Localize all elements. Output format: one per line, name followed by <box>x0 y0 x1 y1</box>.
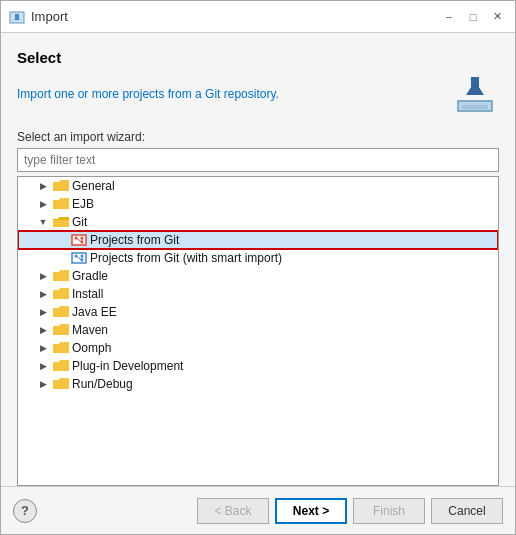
maximize-button[interactable]: □ <box>463 7 483 27</box>
wizard-label: Select an import wizard: <box>17 130 499 144</box>
help-button[interactable]: ? <box>13 499 37 523</box>
import-window: Import − □ ✕ Select Import one or more p… <box>0 0 516 535</box>
expand-gradle[interactable] <box>36 269 50 283</box>
svg-rect-27 <box>53 381 69 389</box>
projects-from-git-smart-label: Projects from Git (with smart import) <box>90 251 282 265</box>
filter-input[interactable] <box>17 148 499 172</box>
java-ee-label: Java EE <box>72 305 117 319</box>
gradle-label: Gradle <box>72 269 108 283</box>
ejb-label: EJB <box>72 197 94 211</box>
expand-ejb[interactable] <box>36 197 50 211</box>
close-button[interactable]: ✕ <box>487 7 507 27</box>
titlebar-left: Import <box>9 9 68 25</box>
expand-pfgs <box>54 251 68 265</box>
svg-rect-6 <box>471 77 479 93</box>
svg-rect-23 <box>53 309 69 317</box>
tree-item-git[interactable]: Git <box>18 213 498 231</box>
back-button[interactable]: < Back <box>197 498 269 524</box>
tree-item-projects-from-git-smart[interactable]: Projects from Git (with smart import) <box>18 249 498 267</box>
svg-rect-25 <box>53 345 69 353</box>
folder-icon-gradle <box>53 269 69 283</box>
finish-button[interactable]: Finish <box>353 498 425 524</box>
next-button[interactable]: Next > <box>275 498 347 524</box>
folder-icon-general <box>53 179 69 193</box>
tree-item-install[interactable]: Install <box>18 285 498 303</box>
tree-item-oomph[interactable]: Oomph <box>18 339 498 357</box>
footer-right: < Back Next > Finish Cancel <box>197 498 503 524</box>
run-debug-label: Run/Debug <box>72 377 133 391</box>
folder-icon-oomph <box>53 341 69 355</box>
svg-rect-7 <box>53 183 69 191</box>
footer: ? < Back Next > Finish Cancel <box>1 486 515 534</box>
folder-icon-ejb <box>53 197 69 211</box>
folder-icon-java-ee <box>53 305 69 319</box>
folder-icon-install <box>53 287 69 301</box>
tree-item-gradle[interactable]: Gradle <box>18 267 498 285</box>
tree-item-projects-from-git[interactable]: Projects from Git <box>18 231 498 249</box>
tree-item-maven[interactable]: Maven <box>18 321 498 339</box>
install-label: Install <box>72 287 103 301</box>
footer-left: ? <box>13 499 37 523</box>
description-text: Import one or more projects from a Git r… <box>17 87 451 101</box>
minimize-button[interactable]: − <box>439 7 459 27</box>
expand-general[interactable] <box>36 179 50 193</box>
maven-label: Maven <box>72 323 108 337</box>
oomph-label: Oomph <box>72 341 111 355</box>
window-title: Import <box>31 9 68 24</box>
content-area: Select Import one or more projects from … <box>1 33 515 486</box>
cancel-button[interactable]: Cancel <box>431 498 503 524</box>
section-description: Import one or more projects from a Git r… <box>17 70 499 118</box>
folder-icon-git <box>53 215 69 229</box>
expand-java-ee[interactable] <box>36 305 50 319</box>
projects-from-git-label: Projects from Git <box>90 233 179 247</box>
titlebar: Import − □ ✕ <box>1 1 515 33</box>
tree-container[interactable]: General EJB Git <box>17 176 499 486</box>
expand-install[interactable] <box>36 287 50 301</box>
expand-git[interactable] <box>36 215 50 229</box>
git-label: Git <box>72 215 87 229</box>
folder-icon-plugin-dev <box>53 359 69 373</box>
tree-item-run-debug[interactable]: Run/Debug <box>18 375 498 393</box>
tree-item-ejb[interactable]: EJB <box>18 195 498 213</box>
svg-rect-22 <box>53 291 69 299</box>
expand-maven[interactable] <box>36 323 50 337</box>
git-projects-icon <box>71 233 87 247</box>
plugin-dev-label: Plug-in Development <box>72 359 183 373</box>
expand-run-debug[interactable] <box>36 377 50 391</box>
git-smart-icon <box>71 251 87 265</box>
import-svg <box>454 73 496 115</box>
expand-plugin-dev[interactable] <box>36 359 50 373</box>
tree-item-plugin-dev[interactable]: Plug-in Development <box>18 357 498 375</box>
tree-item-general[interactable]: General <box>18 177 498 195</box>
expand-pfg <box>54 233 68 247</box>
import-icon <box>451 70 499 118</box>
svg-rect-21 <box>53 273 69 281</box>
expand-oomph[interactable] <box>36 341 50 355</box>
svg-rect-24 <box>53 327 69 335</box>
svg-rect-8 <box>53 201 69 209</box>
svg-rect-2 <box>15 14 19 18</box>
general-label: General <box>72 179 115 193</box>
svg-rect-4 <box>462 105 488 109</box>
section-title: Select <box>17 49 499 66</box>
tree-item-java-ee[interactable]: Java EE <box>18 303 498 321</box>
titlebar-controls: − □ ✕ <box>439 7 507 27</box>
folder-icon-run-debug <box>53 377 69 391</box>
window-icon <box>9 9 25 25</box>
folder-icon-maven <box>53 323 69 337</box>
svg-rect-26 <box>53 363 69 371</box>
